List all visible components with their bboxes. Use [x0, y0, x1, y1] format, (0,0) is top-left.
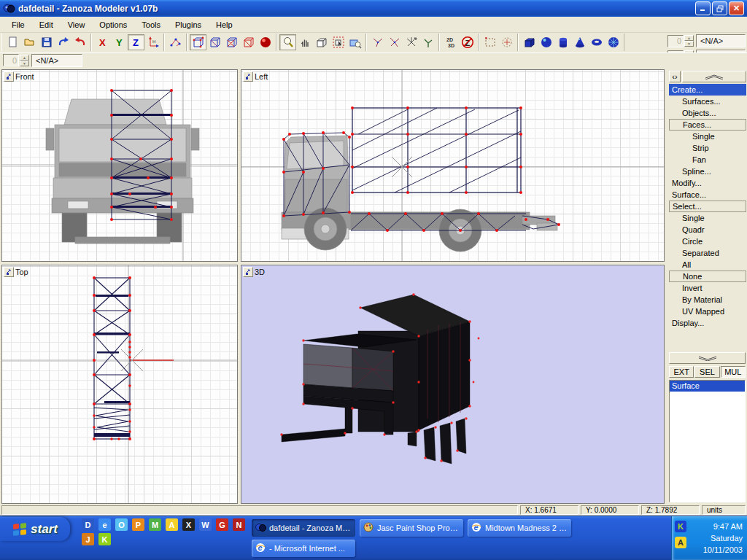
taskbar-button-microsoft-internet[interactable]: e - Microsoft Internet ... — [252, 540, 355, 557]
panel-item-single[interactable]: Single — [669, 212, 746, 224]
redo-icon[interactable] — [55, 34, 71, 50]
spin-down-icon[interactable]: ▼ — [684, 41, 694, 47]
panel-item-modify[interactable]: Modify... — [669, 177, 746, 189]
pan-icon[interactable] — [296, 34, 313, 50]
menu-plugins[interactable]: Plugins — [168, 18, 209, 31]
menu-edit[interactable]: Edit — [32, 18, 61, 31]
taskbar-button-jasc-paint-shop-pro[interactable]: Jasc Paint Shop Pro - ... — [360, 519, 463, 537]
prim-torus-icon[interactable] — [588, 34, 605, 50]
select-circle-icon[interactable] — [498, 34, 515, 50]
panel-item-display[interactable]: Display... — [669, 317, 746, 329]
viewport-front[interactable]: Front — [1, 69, 238, 262]
menu-help[interactable]: Help — [209, 18, 240, 31]
viewport-maximize-icon[interactable] — [243, 267, 253, 277]
cube-vertices-icon[interactable] — [190, 34, 206, 50]
panel-collapse-up-button[interactable] — [682, 71, 746, 82]
mode-button-sel[interactable]: SEL — [694, 366, 719, 378]
select-rect-icon[interactable] — [481, 34, 498, 50]
vertex-lines-icon[interactable] — [167, 34, 184, 50]
taskbar-button-midtown-madness-2-c[interactable]: eMidtown Madness 2 C... — [468, 519, 571, 537]
spin-up-icon[interactable]: ▲ — [684, 35, 694, 41]
zoom-region-icon[interactable] — [347, 34, 363, 50]
menu-view[interactable]: View — [61, 18, 93, 31]
star-4-icon[interactable] — [386, 34, 403, 50]
spin-up-icon[interactable]: ▲ — [20, 55, 29, 61]
panel-item-separated[interactable]: Separated — [669, 247, 746, 259]
panel-item-faces[interactable]: Faces... — [669, 119, 746, 131]
panel-item-create[interactable]: Create... — [669, 84, 746, 96]
spin-down-icon[interactable]: ▼ — [20, 61, 29, 66]
spinner-field-right-1[interactable]: 0 ▲▼ — [667, 35, 694, 47]
panel-collapse-down-button[interactable] — [669, 352, 746, 364]
panel-item-quadr[interactable]: Quadr — [669, 224, 746, 236]
panel-toggle-button[interactable]: ‹› — [669, 71, 681, 82]
viewport-left[interactable]: Left — [241, 69, 665, 262]
panel-item-spline[interactable]: Spline... — [669, 166, 746, 177]
panel-item-select[interactable]: Select... — [669, 201, 746, 212]
panel-item-fan[interactable]: Fan — [669, 154, 746, 166]
panel-item-circle[interactable]: Circle — [669, 236, 746, 247]
view-cube-icon[interactable] — [313, 34, 330, 50]
surface-listbox[interactable]: Surface — [669, 380, 746, 502]
save-icon[interactable] — [38, 34, 55, 50]
star-5-icon[interactable] — [403, 34, 419, 50]
viewport-maximize-icon[interactable] — [4, 267, 14, 277]
mode-button-ext[interactable]: EXT — [669, 366, 694, 378]
star-3-icon[interactable] — [369, 34, 386, 50]
select-move-icon[interactable] — [330, 34, 347, 50]
minimize-button[interactable] — [695, 1, 711, 15]
quicklaunch-aim-icon[interactable]: A — [166, 518, 178, 531]
quicklaunch-midtown-madness-icon[interactable]: N — [233, 518, 245, 531]
kazaa-tray-icon[interactable]: K — [675, 521, 686, 532]
quicklaunch-internet-explorer-icon[interactable]: e — [98, 518, 111, 531]
undo-icon[interactable] — [71, 34, 88, 50]
open-icon[interactable] — [21, 34, 38, 50]
aim-tray-icon[interactable]: A — [675, 537, 686, 548]
viewport-maximize-icon[interactable] — [243, 71, 253, 82]
quicklaunch-media-player-icon[interactable]: P — [132, 518, 144, 531]
y-axis-icon[interactable]: Y — [111, 34, 128, 50]
sphere-render-icon[interactable] — [257, 34, 274, 50]
mode-button-mul[interactable]: MUL — [721, 366, 746, 378]
tray-clock[interactable]: 9:47 AM Saturday 10/11/2003 — [689, 521, 744, 557]
prim-sphere-icon[interactable] — [538, 34, 554, 50]
star-axis-icon[interactable] — [419, 34, 436, 50]
x-axis-icon[interactable]: X — [94, 34, 111, 50]
panel-item-invert[interactable]: Invert — [669, 282, 746, 294]
axes-gizmo-icon[interactable]: H — [144, 34, 161, 50]
panel-item-surface[interactable]: Surface... — [669, 189, 746, 201]
panel-item-none[interactable]: None — [669, 271, 746, 282]
panel-item-single[interactable]: Single — [669, 131, 746, 142]
prim-geosphere-icon[interactable] — [605, 34, 622, 50]
quicklaunch-outlook-express-icon[interactable]: O — [115, 518, 128, 531]
quicklaunch-paint-shop-pro-icon[interactable]: J — [82, 533, 94, 545]
panel-item-strip[interactable]: Strip — [669, 142, 746, 154]
panel-item-uv-mapped[interactable]: UV Mapped — [669, 306, 746, 317]
surface-list-item[interactable]: Surface — [670, 381, 745, 392]
quicklaunch-msn-messenger-icon[interactable]: M — [149, 518, 161, 531]
viewport-top[interactable]: Top — [1, 265, 238, 504]
menu-tools[interactable]: Tools — [134, 18, 168, 31]
spinner-field-left[interactable]: 0 ▲▼ — [3, 54, 29, 66]
z-axis-icon[interactable]: Z — [128, 34, 144, 50]
quicklaunch-kazaa-icon[interactable]: K — [98, 533, 111, 545]
close-button[interactable]: ✕ — [729, 1, 744, 15]
cube-edges-icon[interactable] — [206, 34, 223, 50]
panel-item-surfaces[interactable]: Surfaces... — [669, 96, 746, 107]
prim-cone-icon[interactable] — [571, 34, 588, 50]
menu-file[interactable]: File — [4, 18, 32, 31]
menu-options[interactable]: Options — [92, 18, 134, 31]
2d3d-icon[interactable]: 2D3D — [442, 34, 459, 50]
panel-item-all[interactable]: All — [669, 259, 746, 271]
dropdown-field-right-1[interactable]: <N/A> — [696, 34, 746, 47]
panel-item-objects[interactable]: Objects... — [669, 107, 746, 119]
dropdown-field-left[interactable]: <N/A> — [31, 54, 82, 67]
cube-objects-icon[interactable] — [240, 34, 257, 50]
quicklaunch-windows-grid-icon[interactable]: W — [199, 518, 212, 531]
restore-button[interactable] — [712, 1, 727, 15]
taskbar-button-dafdetail-zanoza-mo[interactable]: dafdetail - Zanoza Mo... — [252, 519, 355, 537]
no-z-icon[interactable]: Z — [459, 34, 476, 50]
cube-faces-icon[interactable] — [223, 34, 240, 50]
viewport-3d[interactable]: 3D — [241, 265, 665, 504]
zoom-icon[interactable] — [279, 34, 296, 50]
